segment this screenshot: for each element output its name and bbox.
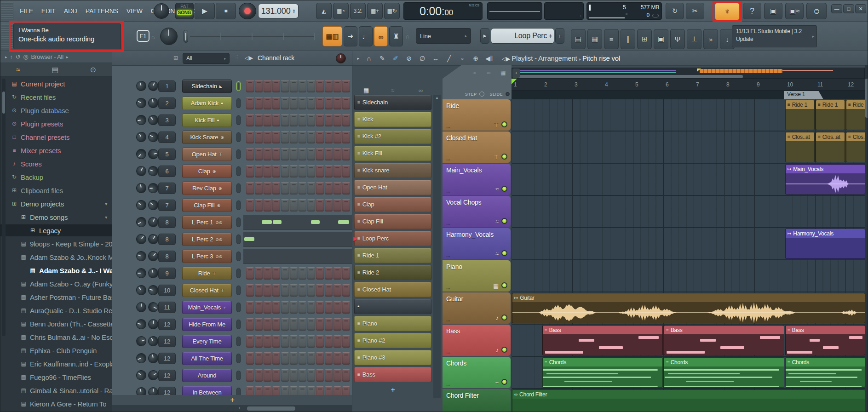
picker-item-[interactable]: • (354, 299, 431, 314)
step-button[interactable] (316, 301, 324, 314)
step-button[interactable] (246, 267, 254, 280)
step-button[interactable] (299, 165, 306, 177)
step-button[interactable] (264, 267, 271, 280)
step-button[interactable] (333, 199, 341, 212)
step-button[interactable] (342, 131, 350, 143)
toggle-browser-button[interactable]: ⊞ (637, 29, 652, 49)
track-status-led[interactable] (501, 121, 507, 127)
snap-selector[interactable]: Line▸ (416, 28, 471, 44)
toggle-plugin-button[interactable]: Ψ (670, 29, 685, 49)
step-button[interactable] (333, 318, 341, 331)
step-button[interactable] (246, 301, 254, 314)
loop-record-button[interactable]: ▦↻ (384, 3, 400, 19)
step-button[interactable] (264, 199, 271, 212)
channel-pan-knob[interactable] (135, 318, 147, 330)
step-button[interactable] (299, 267, 306, 280)
browser-search-icon[interactable]: ◎ (23, 53, 28, 60)
channel-mute-led[interactable] (236, 354, 241, 363)
step-button[interactable] (255, 165, 263, 177)
multilink-button[interactable]: ♜ (389, 26, 403, 46)
playlist-scroll-thumb[interactable] (865, 79, 868, 118)
track-status-led[interactable] (501, 315, 507, 320)
channel-mute-led[interactable] (236, 132, 241, 142)
browser-item-adam-szabo-j-i-wanna-be[interactable]: ▸▤Adam Szabo & J..- I Wanna Be (0, 264, 112, 276)
channel-button-l-perc-3[interactable]: L Perc 3⊙⊙ (182, 250, 232, 263)
step-button[interactable] (255, 318, 263, 331)
playback-tool-icon[interactable]: ◀‖ (484, 55, 494, 62)
step-button[interactable] (290, 114, 298, 126)
track-header-guitar[interactable]: Guitar...♪ (443, 292, 511, 324)
channel-mute-led[interactable] (236, 183, 241, 193)
step-button[interactable] (333, 114, 341, 126)
channel-mute-led[interactable] (236, 149, 241, 159)
channel-button-all-the-time[interactable]: All The Time (182, 352, 232, 365)
picker-item-piano-2[interactable]: ≡Piano #2 (354, 333, 431, 348)
step-button[interactable] (342, 318, 350, 331)
step-button[interactable] (281, 80, 289, 92)
step-button[interactable] (325, 369, 333, 382)
step-button[interactable] (272, 369, 280, 382)
channel-button-l-perc-2[interactable]: L Perc 2⊙⊙ (182, 233, 232, 246)
minimize-button[interactable]: — (831, 4, 842, 13)
play-button[interactable]: ▶ (195, 3, 215, 19)
save-button[interactable]: ▣ (764, 3, 782, 19)
navigator-collapse-button[interactable]: ‹ (512, 69, 520, 78)
rack-grip-dots[interactable]: ⋮ (235, 54, 240, 60)
close-button[interactable]: ✕ (855, 4, 866, 13)
step-button[interactable] (325, 267, 333, 280)
step-button[interactable] (316, 284, 324, 297)
step-button[interactable] (246, 369, 254, 382)
zoom-tool-icon[interactable]: ⊕ (471, 55, 481, 62)
step-button[interactable] (299, 369, 306, 382)
blend-recording-button[interactable]: ▦+ (367, 3, 383, 19)
clip-bass[interactable]: ≡Bass (664, 325, 784, 355)
picker-scroll-up-icon[interactable]: ▲ (435, 96, 439, 100)
rack-horizontal-scrollbar[interactable]: ‹ (112, 405, 352, 412)
picker-item-kick-snare[interactable]: ≡Kick snare (354, 163, 431, 178)
browser-item-gimbal-sinan-utorial-rawfl[interactable]: ▤Gimbal & Sinan..utorial - RawFL (0, 384, 112, 396)
step-button[interactable] (290, 97, 298, 109)
channel-button-around[interactable]: Around (182, 369, 232, 382)
step-button[interactable] (264, 114, 271, 126)
paint-tool-icon[interactable]: ✐ (391, 55, 401, 62)
step-button[interactable] (255, 182, 263, 195)
track-header-bass[interactable]: Bass...♪ (443, 325, 511, 356)
navigator-scroll-thumb[interactable] (513, 75, 743, 78)
step-button[interactable] (264, 352, 271, 365)
slide-label[interactable]: SLIDE (489, 92, 503, 97)
toggle-touch-keyboard-button[interactable]: ⊥ (687, 29, 701, 49)
track-options-dots[interactable]: ... (446, 123, 450, 129)
step-button[interactable] (264, 182, 271, 195)
channel-number[interactable]: 11 (158, 302, 176, 313)
grid-lane-piano[interactable] (512, 260, 865, 292)
channel-number[interactable]: 5 (158, 149, 176, 160)
slide-toggle[interactable] (506, 92, 510, 96)
news-ticker[interactable]: 11/13 FL Studio Mobile | 3.2 Update ▸ (732, 25, 817, 47)
step-button[interactable] (255, 80, 263, 92)
channel-mute-led[interactable] (236, 235, 241, 244)
step-button[interactable] (307, 352, 315, 365)
step-button[interactable] (342, 352, 350, 365)
step-button[interactable] (307, 267, 315, 280)
step-button[interactable] (264, 335, 271, 348)
clip-chords[interactable]: ≡Chords (785, 357, 865, 388)
channel-number[interactable]: 8 (158, 234, 176, 245)
marker-lane[interactable]: Verse 1 (512, 91, 865, 99)
browser-item-plugin-database[interactable]: ⊙Plugin database (0, 104, 112, 116)
master-shuffle-knob[interactable] (154, 3, 169, 19)
track-header-main-vocals[interactable]: Main_Vocals...≈ (443, 164, 511, 195)
channel-piano-preview[interactable] (243, 249, 352, 264)
track-header-vocal-chops[interactable]: Vocal Chops...≈ (443, 196, 511, 227)
picker-item-ride-1[interactable]: ≡Ride 1 (354, 248, 431, 263)
tempo-spinner[interactable]: ▲▼ (292, 9, 295, 13)
step-button[interactable] (246, 182, 254, 195)
track-options-dots[interactable]: ... (446, 284, 450, 290)
select-tool-icon[interactable]: ▫ (457, 55, 467, 62)
help-button[interactable]: ? (743, 3, 761, 19)
channel-button-clap[interactable]: Clap⊗ (182, 165, 232, 178)
browser-item-benn-jordan-th-cassette-cafe[interactable]: ▤Benn Jordan (Th..- Cassette Cafe (0, 318, 112, 330)
step-button[interactable] (255, 352, 263, 365)
channel-mute-led[interactable] (236, 371, 241, 380)
channel-number[interactable]: 10 (158, 285, 176, 296)
time-display[interactable]: M:S:CS 0:00:00 (403, 2, 483, 20)
